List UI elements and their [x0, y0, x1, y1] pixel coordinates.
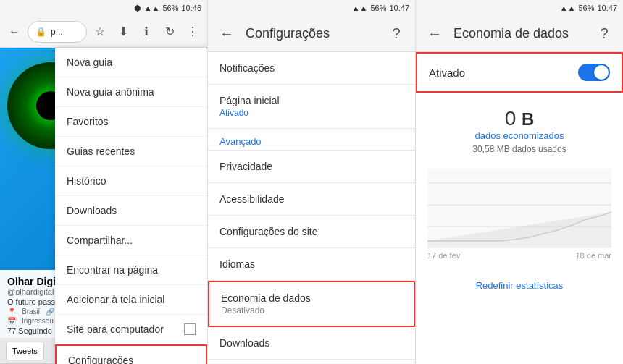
- data-chart: [427, 169, 611, 248]
- settings-item-pagina-inicial[interactable]: Página inicial Ativado: [208, 85, 415, 129]
- tab-tweets[interactable]: Tweets: [6, 342, 44, 360]
- menu-item-label: Encontrar na página: [67, 264, 158, 276]
- lock-icon: 🔒: [35, 27, 46, 37]
- signal-icon-3: ▲▲: [560, 4, 576, 12]
- settings-item-idiomas[interactable]: Idiomas: [208, 248, 415, 281]
- item-subtitle: Ativado: [219, 108, 404, 118]
- settings-title: Configurações: [246, 26, 377, 41]
- menu-item-label: Site para computador: [67, 323, 164, 335]
- economia-header: ← Economia de dados ?: [416, 16, 623, 52]
- settings-list: Notificações Página inicial Ativado Avan…: [208, 52, 415, 364]
- download-icon[interactable]: ⬇: [113, 22, 133, 42]
- settings-item-downloads[interactable]: Downloads: [208, 327, 415, 360]
- refresh-icon[interactable]: ↻: [159, 22, 180, 42]
- battery-icon-2: 56%: [370, 4, 386, 12]
- battery-icon-3: 56%: [578, 4, 594, 12]
- item-title: Idiomas: [219, 258, 404, 270]
- menu-item-compartilhar[interactable]: Compartilhar...: [55, 226, 207, 255]
- menu-item-nova-guia[interactable]: Nova guia: [55, 48, 207, 77]
- chart-area: 17 de fev 18 de mar: [416, 169, 623, 270]
- settings-item-notificacoes[interactable]: Notificações: [208, 52, 415, 85]
- data-saved-amount: 0 B: [427, 107, 611, 130]
- bookmark-icon[interactable]: ☆: [90, 22, 110, 42]
- menu-item-label: Guias recentes: [67, 145, 135, 157]
- economia-title: Economia de dados: [453, 26, 585, 41]
- back-button-economia[interactable]: ←: [425, 24, 445, 44]
- menu-item-label: Histórico: [67, 175, 106, 187]
- chart-dates: 17 de fev 18 de mar: [427, 251, 611, 260]
- reset-stats: Redefinir estatísticas: [416, 270, 623, 300]
- settings-item-sobre[interactable]: Sobre o Google Chrome: [208, 360, 415, 364]
- time-display-2: 10:47: [389, 4, 409, 12]
- settings-item-privacidade[interactable]: Privacidade: [208, 151, 415, 183]
- status-bar-2: ▲▲ 56% 10:47: [208, 0, 415, 16]
- signal-icon: ▲▲: [144, 4, 160, 12]
- time-display: 10:46: [181, 4, 201, 12]
- address-text: p...: [51, 27, 63, 37]
- ativado-label: Ativado: [429, 67, 465, 79]
- dropdown-menu: Nova guia Nova guia anônima Favoritos Gu…: [55, 48, 207, 364]
- data-saved-label: dados economizados: [427, 130, 611, 141]
- help-icon-economia[interactable]: ?: [594, 24, 614, 44]
- settings-item-config-site[interactable]: Configurações do site: [208, 216, 415, 248]
- link-icon: 🔗: [46, 308, 54, 316]
- battery-text: 56%: [162, 4, 178, 12]
- section-avancado: Avançado: [208, 129, 415, 151]
- data-used: 30,58 MB dados usados: [427, 144, 611, 154]
- item-title: Página inicial: [219, 95, 404, 106]
- menu-item-downloads[interactable]: Downloads: [55, 196, 207, 226]
- ativado-toggle[interactable]: [578, 64, 610, 81]
- item-title: Privacidade: [219, 161, 404, 172]
- menu-icon[interactable]: ⋮: [183, 22, 203, 42]
- menu-item-site-computador[interactable]: Site para computador: [55, 315, 207, 344]
- back-button[interactable]: ←: [4, 22, 25, 42]
- info-icon[interactable]: ℹ: [136, 22, 156, 42]
- menu-item-nova-anonima[interactable]: Nova guia anônima: [55, 77, 207, 107]
- profile-location: Brasil: [22, 308, 40, 316]
- panel-browser: ⬢ ▲▲ 56% 10:46 ← 🔒 p... ☆ ⬇ ℹ ↻ ⋮ Olhar …: [0, 0, 208, 364]
- economia-content: Ativado 0 B dados economizados 30,58 MB …: [416, 52, 623, 364]
- menu-item-adicionar[interactable]: Adicionar à tela inicial: [55, 285, 207, 315]
- reset-link[interactable]: Redefinir estatísticas: [476, 280, 564, 291]
- status-bar-1: ⬢ ▲▲ 56% 10:46: [0, 0, 207, 16]
- menu-item-guias-recentes[interactable]: Guias recentes: [55, 137, 207, 166]
- menu-item-label: Downloads: [67, 205, 117, 216]
- menu-item-configuracoes[interactable]: Configurações: [55, 344, 207, 364]
- item-title: Acessibilidade: [219, 193, 404, 205]
- bluetooth-icon: ⬢: [134, 4, 141, 13]
- menu-item-historico[interactable]: Histórico: [55, 166, 207, 196]
- data-stats: 0 B dados economizados 30,58 MB dados us…: [416, 93, 623, 169]
- item-title: Configurações do site: [219, 226, 404, 237]
- chart-date-start: 17 de fev: [427, 251, 460, 260]
- menu-item-label: Nova guia: [67, 56, 112, 68]
- checkbox-icon: [184, 323, 196, 335]
- menu-item-label: Adicionar à tela inicial: [67, 294, 164, 305]
- menu-item-favoritos[interactable]: Favoritos: [55, 107, 207, 137]
- tab-label: Tweets: [12, 347, 38, 355]
- help-icon-settings[interactable]: ?: [386, 24, 406, 44]
- item-title: Downloads: [219, 337, 404, 349]
- menu-item-label: Nova guia anônima: [67, 86, 154, 98]
- panel-economia: ▲▲ 56% 10:47 ← Economia de dados ? Ativa…: [416, 0, 623, 364]
- calendar-icon: 📅: [7, 317, 16, 325]
- item-title: Notificações: [219, 62, 404, 74]
- menu-item-label: Configurações: [68, 355, 133, 364]
- ativado-row: Ativado: [416, 52, 623, 93]
- settings-header: ← Configurações ?: [208, 16, 415, 52]
- menu-item-label: Favoritos: [67, 116, 109, 127]
- settings-item-economia[interactable]: Economia de dados Desativado: [208, 281, 415, 327]
- signal-icon-2: ▲▲: [352, 4, 368, 12]
- chart-date-end: 18 de mar: [575, 251, 611, 260]
- item-title: Economia de dados: [221, 292, 402, 304]
- settings-item-acessibilidade[interactable]: Acessibilidade: [208, 183, 415, 216]
- item-subtitle: Desativado: [221, 305, 402, 316]
- panel-configuracoes: ▲▲ 56% 10:47 ← Configurações ? Notificaç…: [208, 0, 416, 364]
- back-button-settings[interactable]: ←: [217, 24, 237, 44]
- menu-item-label: Compartilhar...: [67, 234, 133, 246]
- status-bar-3: ▲▲ 56% 10:47: [416, 0, 623, 16]
- joined-text: Ingressou: [22, 317, 54, 325]
- time-display-3: 10:47: [597, 4, 617, 12]
- address-bar[interactable]: 🔒 p...: [28, 21, 87, 43]
- browser-toolbar: ← 🔒 p... ☆ ⬇ ℹ ↻ ⋮: [0, 16, 207, 48]
- menu-item-encontrar[interactable]: Encontrar na página: [55, 255, 207, 285]
